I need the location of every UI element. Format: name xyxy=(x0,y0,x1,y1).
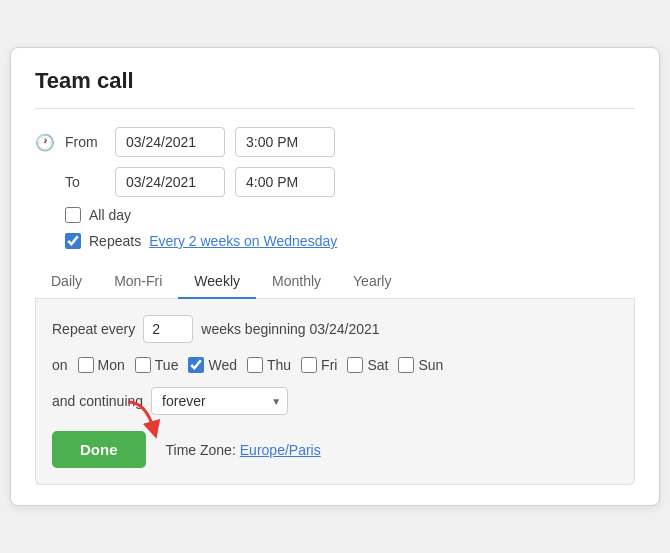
day-sun-checkbox[interactable] xyxy=(398,357,414,373)
repeats-label: Repeats xyxy=(89,233,141,249)
tab-monthly[interactable]: Monthly xyxy=(256,265,337,299)
repeat-every-row: Repeat every weeks beginning 03/24/2021 xyxy=(52,315,618,343)
day-thu-label: Thu xyxy=(267,357,291,373)
to-date-input[interactable] xyxy=(115,167,225,197)
repeats-row: Repeats Every 2 weeks on Wednesday xyxy=(65,233,635,249)
tab-mon-fri[interactable]: Mon-Fri xyxy=(98,265,178,299)
forever-select-wrapper: forever until date number of times xyxy=(151,387,288,415)
from-time-input[interactable] xyxy=(235,127,335,157)
on-label: on xyxy=(52,357,68,373)
day-thu: Thu xyxy=(247,357,291,373)
day-sun: Sun xyxy=(398,357,443,373)
repeats-checkbox[interactable] xyxy=(65,233,81,249)
to-label: To xyxy=(65,174,105,190)
to-row: To xyxy=(35,167,635,197)
allday-checkbox[interactable] xyxy=(65,207,81,223)
timezone-container: Time Zone: Europe/Paris xyxy=(166,442,321,458)
day-sat-checkbox[interactable] xyxy=(347,357,363,373)
tab-yearly[interactable]: Yearly xyxy=(337,265,407,299)
day-thu-checkbox[interactable] xyxy=(247,357,263,373)
day-fri: Fri xyxy=(301,357,337,373)
day-wed-checkbox[interactable] xyxy=(188,357,204,373)
event-title[interactable]: Team call xyxy=(35,68,635,109)
from-label: From xyxy=(65,134,105,150)
repeat-every-label: Repeat every xyxy=(52,321,135,337)
day-wed-label: Wed xyxy=(208,357,237,373)
day-mon-checkbox[interactable] xyxy=(78,357,94,373)
tab-daily[interactable]: Daily xyxy=(35,265,98,299)
day-sat: Sat xyxy=(347,357,388,373)
day-wed: Wed xyxy=(188,357,237,373)
red-arrow-icon xyxy=(118,394,166,442)
day-mon: Mon xyxy=(78,357,125,373)
day-tue-label: Tue xyxy=(155,357,179,373)
day-sun-label: Sun xyxy=(418,357,443,373)
tab-weekly[interactable]: Weekly xyxy=(178,265,256,299)
timezone-label: Time Zone: xyxy=(166,442,236,458)
repeat-number-input[interactable] xyxy=(143,315,193,343)
day-mon-label: Mon xyxy=(98,357,125,373)
from-date-input[interactable] xyxy=(115,127,225,157)
weeks-label: weeks beginning 03/24/2021 xyxy=(201,321,379,337)
day-tue: Tue xyxy=(135,357,179,373)
day-fri-label: Fri xyxy=(321,357,337,373)
forever-select[interactable]: forever until date number of times xyxy=(151,387,288,415)
repeat-tabs: Daily Mon-Fri Weekly Monthly Yearly xyxy=(35,265,635,299)
repeats-link[interactable]: Every 2 weeks on Wednesday xyxy=(149,233,337,249)
to-time-input[interactable] xyxy=(235,167,335,197)
allday-row: All day xyxy=(65,207,635,223)
from-row: 🕐 From xyxy=(35,127,635,157)
day-tue-checkbox[interactable] xyxy=(135,357,151,373)
day-sat-label: Sat xyxy=(367,357,388,373)
timezone-link[interactable]: Europe/Paris xyxy=(240,442,321,458)
day-fri-checkbox[interactable] xyxy=(301,357,317,373)
clock-icon: 🕐 xyxy=(35,133,55,152)
repeat-panel: Repeat every weeks beginning 03/24/2021 … xyxy=(35,299,635,485)
event-card: Team call 🕐 From To All day Repeats Ever… xyxy=(10,47,660,506)
allday-label: All day xyxy=(89,207,131,223)
days-row: on Mon Tue Wed Thu Fri xyxy=(52,357,618,373)
bottom-row: Done Time Zone: Europe/Paris xyxy=(52,431,618,468)
